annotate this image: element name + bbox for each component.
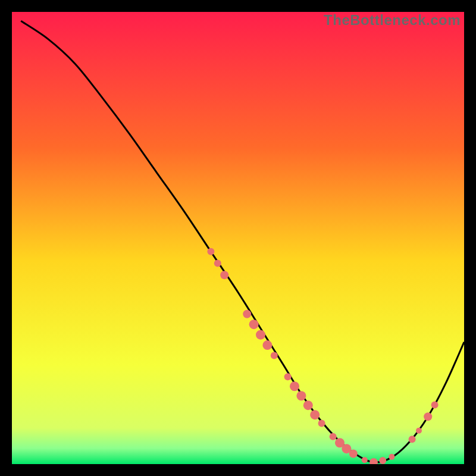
- highlight-point: [207, 248, 214, 255]
- highlight-point: [424, 412, 432, 421]
- gradient-background: [12, 12, 464, 464]
- watermark-text: TheBottleneck.com: [324, 12, 461, 29]
- highlight-point: [318, 420, 325, 427]
- highlight-point: [243, 310, 251, 318]
- highlight-point: [416, 428, 422, 434]
- highlight-point: [262, 340, 272, 350]
- highlight-point: [284, 373, 292, 380]
- highlight-point: [330, 433, 337, 440]
- highlight-point: [431, 401, 439, 408]
- highlight-point: [349, 450, 358, 458]
- highlight-point: [214, 260, 221, 267]
- highlight-point: [296, 391, 306, 400]
- highlight-point: [290, 381, 299, 391]
- highlight-point: [409, 436, 416, 443]
- highlight-point: [379, 457, 386, 464]
- highlight-point: [389, 454, 394, 460]
- chart-frame: TheBottleneck.com: [12, 12, 464, 464]
- highlight-point: [271, 352, 278, 359]
- highlight-point: [249, 320, 259, 329]
- highlight-point: [220, 271, 228, 279]
- highlight-point: [310, 410, 320, 419]
- highlight-point: [303, 400, 313, 410]
- bottleneck-chart: [12, 12, 464, 464]
- highlight-point: [362, 457, 368, 463]
- highlight-point: [256, 330, 265, 340]
